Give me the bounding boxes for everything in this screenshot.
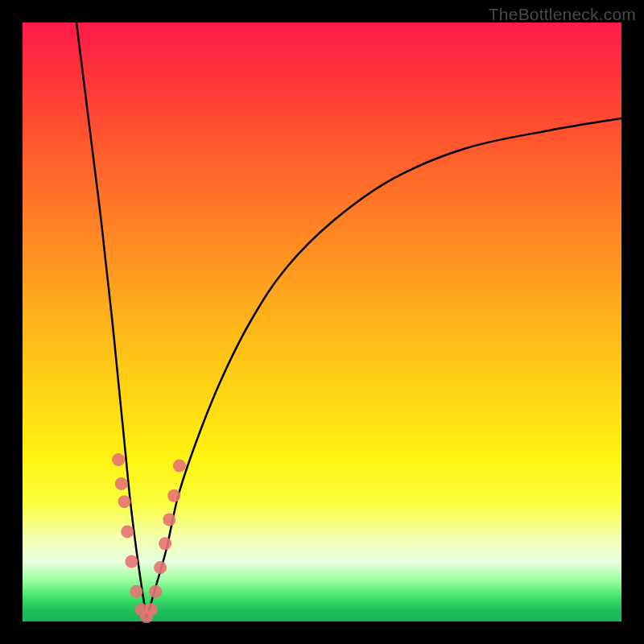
- plot-area: [23, 23, 621, 621]
- data-marker: [112, 453, 125, 466]
- data-marker: [121, 525, 134, 538]
- data-marker: [145, 603, 158, 616]
- data-marker: [149, 585, 162, 598]
- data-marker: [115, 477, 128, 490]
- data-marker: [125, 555, 138, 568]
- chart-frame: TheBottleneck.com: [0, 0, 644, 644]
- watermark-text: TheBottleneck.com: [489, 5, 636, 24]
- data-marker: [154, 561, 167, 574]
- data-marker: [167, 489, 180, 502]
- data-marker: [173, 460, 186, 473]
- bottleneck-curve: [23, 23, 621, 621]
- curve-right-branch: [147, 118, 621, 618]
- curve-left-branch: [76, 23, 147, 618]
- data-marker: [159, 537, 171, 550]
- data-marker: [163, 514, 175, 526]
- data-marker: [130, 585, 142, 598]
- data-marker: [118, 495, 130, 508]
